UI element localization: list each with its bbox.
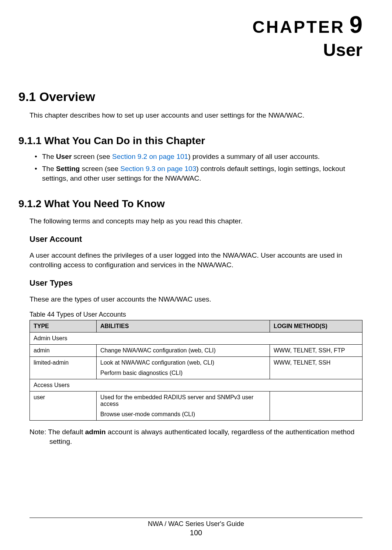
bold-text: User xyxy=(56,153,72,160)
ability-line: Used for the embedded RADIUS server and … xyxy=(100,394,266,407)
section-9-1-1-heading: 9.1.1 What You Can Do in this Chapter xyxy=(18,135,362,147)
chapter-title: User xyxy=(30,40,362,60)
bold-text: Setting xyxy=(56,165,80,173)
cell-ability: Change NWA/WAC configuration (web, CLI) xyxy=(97,345,270,357)
table-header-row: TYPE ABILITIES LOGIN METHOD(S) xyxy=(30,320,362,333)
section-9-1-1-list: The User screen (see Section 9.2 on page… xyxy=(30,152,362,183)
cell-login xyxy=(270,391,362,421)
table-header-abilities: ABILITIES xyxy=(97,320,270,333)
cell-type: user xyxy=(30,391,97,421)
note-text: Note: The default admin account is alway… xyxy=(30,427,362,446)
table-row: admin Change NWA/WAC configuration (web,… xyxy=(30,345,362,357)
table-group-admin: Admin Users xyxy=(30,333,362,345)
text-fragment: screen (see xyxy=(80,165,120,173)
cross-reference-link[interactable]: Section 9.3 on page 103 xyxy=(120,165,196,173)
user-types-para: These are the types of user accounts the… xyxy=(30,295,362,304)
table-group-row: Admin Users xyxy=(30,333,362,345)
user-account-para: A user account defines the privileges of… xyxy=(30,251,362,269)
ability-line: Browse user-mode commands (CLI) xyxy=(100,411,266,418)
note-bold: admin xyxy=(85,428,106,436)
table-row: limited-admin Look at NWA/WAC configurat… xyxy=(30,357,362,379)
ability-line: Look at NWA/WAC configuration (web, CLI) xyxy=(100,359,266,366)
page-footer: NWA / WAC Series User's Guide 100 xyxy=(30,518,362,537)
table-group-row: Access Users xyxy=(30,379,362,391)
user-types-heading: User Types xyxy=(30,278,362,288)
user-account-heading: User Account xyxy=(30,234,362,244)
footer-page-number: 100 xyxy=(30,529,362,537)
cell-type: admin xyxy=(30,345,97,357)
section-9-1-para: This chapter describes how to set up use… xyxy=(30,111,362,120)
section-9-1-2-heading: 9.1.2 What You Need To Know xyxy=(18,198,362,210)
table-group-access: Access Users xyxy=(30,379,362,391)
document-page: CHAPTER 9 User 9.1 Overview This chapter… xyxy=(0,0,392,550)
section-9-1-heading: 9.1 Overview xyxy=(18,90,362,104)
footer-guide-title: NWA / WAC Series User's Guide xyxy=(30,520,362,528)
text-fragment: The xyxy=(42,165,56,173)
user-types-table: TYPE ABILITIES LOGIN METHOD(S) Admin Use… xyxy=(30,320,362,421)
note-prefix: Note: The default xyxy=(30,428,85,436)
chapter-label: CHAPTER xyxy=(253,17,345,36)
table-header-type: TYPE xyxy=(30,320,97,333)
cell-login: WWW, TELNET, SSH, FTP xyxy=(270,345,362,357)
table-header-login: LOGIN METHOD(S) xyxy=(270,320,362,333)
cell-login: WWW, TELNET, SSH xyxy=(270,357,362,379)
section-9-1-2-para: The following terms and concepts may hel… xyxy=(30,216,362,226)
table-caption: Table 44 Types of User Accounts xyxy=(30,311,362,318)
text-fragment: ) provides a summary of all user account… xyxy=(188,153,320,160)
cell-ability: Look at NWA/WAC configuration (web, CLI)… xyxy=(97,357,270,379)
table-row: user Used for the embedded RADIUS server… xyxy=(30,391,362,421)
text-fragment: screen (see xyxy=(72,153,112,160)
cell-type: limited-admin xyxy=(30,357,97,379)
cell-ability: Used for the embedded RADIUS server and … xyxy=(97,391,270,421)
list-item: The Setting screen (see Section 9.3 on p… xyxy=(37,164,362,183)
text-fragment: The xyxy=(42,153,56,160)
chapter-number: 9 xyxy=(349,11,362,38)
cross-reference-link[interactable]: Section 9.2 on page 101 xyxy=(112,153,188,160)
chapter-heading-block: CHAPTER 9 User xyxy=(30,0,362,60)
ability-line: Perform basic diagnostics (CLI) xyxy=(100,370,266,376)
list-item: The User screen (see Section 9.2 on page… xyxy=(37,152,362,161)
